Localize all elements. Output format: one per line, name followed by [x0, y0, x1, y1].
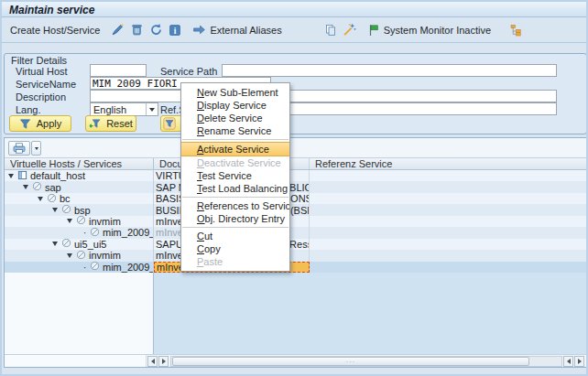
filter-reset-icon: [89, 118, 101, 130]
hierarchy-icon[interactable]: [506, 22, 526, 38]
lang-value: English: [91, 104, 146, 115]
service-icon: [76, 216, 86, 227]
description-input[interactable]: [90, 90, 557, 102]
green-flag-icon: [367, 24, 380, 37]
menu-separator: [182, 139, 289, 140]
application-toolbar: Create Host/Service i External Aliases: [2, 17, 586, 43]
tree-row-invmim[interactable]: invmimmInventory Fiori: [5, 216, 586, 227]
tree-row-invmim[interactable]: invmimmInventory Fiori: [5, 250, 586, 261]
tree-empty-area: [5, 273, 586, 356]
copy-icon[interactable]: [321, 22, 340, 38]
scrollbar-thumb[interactable]: ···: [172, 357, 529, 366]
menu-item-test-service[interactable]: Test Service: [181, 169, 289, 182]
tree-body: default_hostVIRTUAL DEFAULT HOSTsapSAP N…: [5, 170, 586, 273]
printer-icon: [12, 142, 27, 155]
menu-separator: [182, 227, 289, 228]
expand-collapse-arrow-icon[interactable]: [67, 219, 72, 223]
expand-collapse-arrow-icon[interactable]: [8, 174, 14, 178]
tree-row-mim_2009_fiori[interactable]: ·mim_2009_fiorimInventory Fiori Applicat…: [5, 227, 586, 238]
referenz-service-cell: [310, 170, 586, 181]
column-header-hosts-services: Virtuelle Hosts / Services: [5, 158, 154, 169]
menu-item-new-sub-element[interactable]: New Sub-Element: [181, 86, 289, 99]
scroll-right-icon[interactable]: [158, 356, 169, 367]
referenz-service-cell: [310, 227, 586, 238]
scroll-left-icon[interactable]: [147, 356, 158, 367]
host-icon: [17, 170, 27, 181]
create-host-service-button[interactable]: Create Host/Service: [7, 23, 103, 38]
print-button[interactable]: [8, 141, 30, 156]
node-label[interactable]: bsp: [74, 205, 91, 216]
apply-button[interactable]: Apply: [9, 115, 71, 132]
tree-row-sap[interactable]: sapSAP NAMESPACE; SAP IS OBLIGAT...: [5, 181, 586, 192]
external-alias-arrow-icon: [192, 23, 206, 37]
node-label[interactable]: default_host: [30, 170, 85, 181]
service-icon: [32, 181, 42, 192]
scroll-right-end-icon[interactable]: [574, 356, 584, 367]
chevron-down-icon[interactable]: [146, 103, 158, 115]
edit-pencil-icon[interactable]: [108, 21, 127, 38]
menu-item-rename-service[interactable]: Rename Service: [181, 124, 289, 137]
print-dropdown-button[interactable]: [31, 141, 41, 156]
node-label[interactable]: ui5_ui5: [74, 239, 106, 250]
node-label[interactable]: bc: [60, 193, 71, 204]
tree-row-mim_2009_fiori[interactable]: ·mim_2009_fiorimInventory Fiori Applicat…: [5, 262, 586, 273]
tree-row-default_host[interactable]: default_hostVIRTUAL DEFAULT HOST: [5, 170, 586, 181]
menu-item-cut[interactable]: Cut: [181, 230, 289, 242]
tree-row-bc[interactable]: bcBASIS TREE (BASIS FUNCTIONS): [5, 193, 586, 204]
svg-text:i: i: [174, 26, 177, 35]
expand-collapse-arrow-icon[interactable]: [67, 253, 72, 258]
scrollbar-track[interactable]: ···: [170, 356, 562, 367]
referenz-service-cell: [310, 204, 586, 215]
menu-item-references-to-service[interactable]: References to Service: [181, 199, 289, 212]
virtual-host-label: Virtual Host: [16, 66, 68, 77]
info-icon[interactable]: i: [166, 22, 184, 38]
filter-settings-icon: [163, 117, 176, 130]
menu-item-display-service[interactable]: Display Service: [181, 99, 289, 112]
context-menu: New Sub-ElementDisplay ServiceDelete Ser…: [180, 82, 290, 272]
node-label[interactable]: invmim: [89, 216, 121, 227]
menu-item-paste: Paste: [181, 255, 289, 268]
menu-item-copy[interactable]: Copy: [181, 242, 289, 255]
service-icon: [61, 204, 71, 215]
expand-collapse-arrow-icon[interactable]: [38, 197, 43, 201]
leaf-bullet: ·: [82, 227, 88, 238]
expand-collapse-arrow-icon[interactable]: [23, 185, 28, 189]
system-monitor-button[interactable]: System Monitor Inactive: [365, 22, 494, 38]
tree-row-bsp[interactable]: bspBUSINESS SERVER PAGES (BSP) RUNTIME: [5, 204, 586, 215]
referenz-service-cell: [310, 181, 586, 192]
service-icon: [90, 227, 100, 238]
virtual-host-input[interactable]: [90, 64, 147, 77]
expand-collapse-arrow-icon[interactable]: [52, 208, 58, 212]
node-label[interactable]: mim_2009_fiori: [103, 227, 154, 238]
node-label[interactable]: mim_2009_fiori: [103, 262, 154, 273]
filter-icon: [19, 118, 31, 130]
chevron-down-icon: [35, 147, 38, 150]
trash-icon[interactable]: [127, 21, 147, 38]
referenz-service-cell: [310, 262, 586, 273]
service-path-input[interactable]: [222, 64, 557, 77]
menu-item-activate-service[interactable]: Activate Service: [181, 142, 289, 156]
wand-icon[interactable]: [340, 21, 359, 38]
column-header-referenz-service: Referenz Service: [310, 158, 586, 169]
node-label[interactable]: invmim: [89, 250, 121, 261]
lang-select[interactable]: English: [90, 102, 158, 116]
scroll-left-end-icon[interactable]: [563, 356, 573, 367]
filter-details-panel: Filter Details Virtual Host Service Path…: [4, 53, 587, 134]
service-icon: [90, 262, 100, 273]
external-aliases-button[interactable]: External Aliases: [190, 21, 284, 38]
menu-item-delete-service[interactable]: Delete Service: [181, 112, 289, 124]
referenz-service-cell: [310, 250, 586, 261]
service-icon: [47, 193, 57, 204]
menu-item-obj-directory-entry[interactable]: Obj. Directory Entry: [181, 212, 289, 225]
node-label[interactable]: sap: [45, 182, 61, 193]
reset-button[interactable]: Reset: [85, 115, 136, 132]
tree-row-ui5_ui5[interactable]: ui5_ui5SAPUI5 Handler für statische Ress…: [5, 239, 586, 250]
refresh-icon[interactable]: [147, 21, 166, 38]
leaf-bullet: ·: [82, 262, 88, 273]
menu-item-test-load-balancing[interactable]: Test Load Balancing: [181, 182, 289, 195]
expand-collapse-arrow-icon[interactable]: [52, 242, 58, 246]
service-name-label: ServiceName: [16, 79, 76, 90]
referenz-service-cell: [310, 216, 586, 227]
filter-panel-title: Filter Details: [11, 55, 67, 66]
description-label: Description: [16, 91, 66, 102]
